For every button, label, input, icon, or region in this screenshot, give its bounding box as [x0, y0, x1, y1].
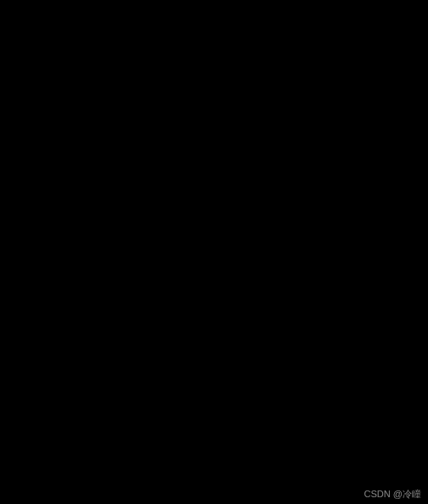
watermark: CSDN @冷瞳: [364, 488, 421, 501]
